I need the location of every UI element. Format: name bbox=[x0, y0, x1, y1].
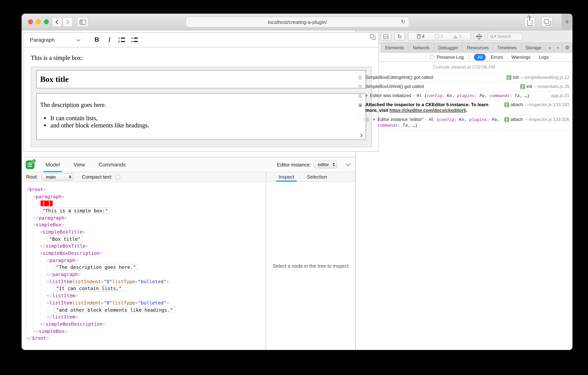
disclosure-expanded-icon[interactable] bbox=[359, 105, 362, 107]
devtools-tab-storage[interactable]: Storage bbox=[521, 43, 546, 52]
devtools-tab-network[interactable]: Network bbox=[409, 43, 434, 52]
more-tabs-icon[interactable]: » bbox=[546, 43, 554, 52]
scope-errors[interactable]: Errors bbox=[491, 55, 503, 60]
description-paragraph[interactable]: The description goes here. bbox=[40, 101, 362, 109]
console-message[interactable]: Editor instance "editor"–Hl {config: Kn,… bbox=[356, 115, 572, 130]
console-message[interactable]: Editor was initialized–Hl {config: Kn, p… bbox=[356, 91, 572, 100]
console-message[interactable]: Attached the inspector to a CKEditor 5 i… bbox=[356, 100, 572, 115]
issues-summary[interactable]: 4 !0 0 bbox=[408, 32, 471, 41]
tree-row[interactable]: "This is a simple box:" bbox=[26, 207, 266, 214]
console-link[interactable]: https://ckeditor.com/docs/ckeditor5 bbox=[389, 108, 466, 113]
tab-selection[interactable]: Selection bbox=[307, 172, 327, 182]
list-item[interactable]: It can contain lists, bbox=[50, 114, 362, 122]
tree-row[interactable]: <listItem listIndent="0" listType="bulle… bbox=[26, 299, 266, 306]
intro-paragraph[interactable]: This is a simple box: bbox=[31, 54, 372, 62]
forward-button[interactable] bbox=[63, 17, 73, 27]
address-bar[interactable]: localhost/creating-a-plugin/ ↻ bbox=[186, 17, 409, 27]
tree-row[interactable]: <simpleBoxTitle> bbox=[26, 228, 266, 235]
source-link[interactable]: app.js:31 bbox=[551, 93, 569, 99]
source-link[interactable]: inspector.js:133:182 bbox=[529, 102, 570, 108]
devtools-tab-resources[interactable]: Resources bbox=[463, 43, 493, 52]
reload-page-button[interactable]: ↻ bbox=[394, 32, 405, 41]
tree-row[interactable]: <simpleBox> bbox=[26, 221, 266, 228]
tree-row[interactable]: "and other block elements like headings.… bbox=[26, 306, 266, 313]
italic-button[interactable]: I bbox=[103, 36, 116, 44]
settings-icon[interactable]: ⚙ bbox=[562, 43, 572, 52]
simplebox-widget[interactable]: Box title The description goes here. It … bbox=[31, 67, 372, 147]
tree-row[interactable]: </paragraph> bbox=[26, 271, 266, 278]
share-button[interactable] bbox=[524, 17, 535, 27]
devtools-tab-debugger[interactable]: Debugger bbox=[434, 43, 462, 52]
tab-commands[interactable]: Commands bbox=[98, 157, 126, 172]
close-window-button[interactable] bbox=[28, 19, 33, 24]
source-link[interactable]: inspector.js:133:326 bbox=[529, 117, 570, 122]
traffic-lights bbox=[28, 19, 49, 24]
tab-overview-button[interactable] bbox=[541, 17, 552, 27]
bulleted-list-button[interactable] bbox=[131, 37, 139, 43]
scope-warnings[interactable]: Warnings bbox=[512, 55, 531, 60]
console-message[interactable]: SimpleBoxEditing#init() got calledfinit … bbox=[356, 73, 572, 82]
element-picker-button[interactable] bbox=[474, 32, 484, 41]
tree-row[interactable]: "The description goes here." bbox=[26, 264, 266, 271]
text-node: "The description goes here." bbox=[54, 264, 138, 271]
scope-logs[interactable]: Logs bbox=[539, 55, 549, 60]
simplebox-description[interactable]: The description goes here. It can contai… bbox=[36, 93, 366, 140]
add-tab-icon[interactable]: + bbox=[554, 43, 562, 52]
disclosure-collapsed-icon[interactable] bbox=[373, 118, 375, 121]
tree-row[interactable]: </simpleBoxTitle> bbox=[26, 243, 266, 250]
window-content: Paragraph B I 1 2 bbox=[21, 30, 572, 350]
source-link[interactable]: essentials.js:35 bbox=[538, 84, 569, 89]
reload-icon[interactable]: ↻ bbox=[401, 19, 405, 25]
tree-row[interactable]: <paragraph> bbox=[26, 257, 266, 264]
source-link[interactable]: simpleboxediting.js:12 bbox=[525, 75, 569, 80]
dock-button[interactable] bbox=[381, 32, 391, 41]
tree-row[interactable]: </simpleBoxDescription> bbox=[26, 320, 266, 327]
new-tab-button[interactable]: + bbox=[561, 14, 572, 30]
tree-row[interactable]: </paragraph> bbox=[26, 214, 266, 221]
collapse-inspector-icon[interactable] bbox=[345, 161, 351, 166]
tree-row[interactable]: </$root> bbox=[26, 335, 266, 342]
disclosure-collapsed-icon[interactable] bbox=[365, 94, 368, 97]
root-select[interactable]: main bbox=[42, 173, 74, 180]
bold-button[interactable]: B bbox=[91, 36, 103, 44]
tree-row[interactable]: "Box title" bbox=[26, 235, 266, 243]
back-button[interactable] bbox=[52, 17, 62, 27]
devtools-tab-timelines[interactable]: Timelines bbox=[493, 43, 521, 52]
tab-inspect[interactable]: Inspect bbox=[278, 172, 294, 182]
warning-count: 0 bbox=[459, 34, 462, 39]
minimize-window-button[interactable] bbox=[36, 19, 41, 24]
tree-row[interactable]: </listItem> bbox=[26, 313, 266, 320]
tree-row[interactable]: </listItem> bbox=[26, 292, 266, 299]
tab-model[interactable]: Model bbox=[45, 157, 60, 172]
compact-text-checkbox[interactable] bbox=[116, 175, 120, 179]
sidebar-button[interactable] bbox=[77, 17, 89, 27]
simplebox-title[interactable]: Box title bbox=[36, 70, 366, 88]
tab-view[interactable]: View bbox=[74, 157, 85, 172]
tree-row[interactable]: <listItem listIndent="0" listType="bulle… bbox=[26, 278, 266, 285]
paragraph-style-dropdown[interactable]: Paragraph bbox=[30, 37, 79, 43]
devtools-tab-elements[interactable]: Elements bbox=[381, 43, 409, 52]
tree-row[interactable]: <simpleBoxDescription> bbox=[26, 250, 266, 256]
root-controls: Root: main Compact text: bbox=[21, 172, 266, 182]
editor-instance-select[interactable]: editor bbox=[314, 161, 337, 168]
devtools-search[interactable] bbox=[487, 33, 523, 40]
editor-instance-label: Editor instance: bbox=[277, 162, 311, 167]
description-list[interactable]: It can contain lists, and other block el… bbox=[50, 114, 362, 129]
list-item[interactable]: and other block elements like headings. bbox=[50, 122, 362, 129]
console-message[interactable]: SimpleBoxUI#init() got calledfinit — ess… bbox=[356, 82, 572, 91]
preserve-log-checkbox[interactable] bbox=[430, 55, 434, 59]
editor-content[interactable]: This is a simple box: Box title The desc… bbox=[24, 47, 378, 147]
search-input[interactable] bbox=[497, 34, 517, 39]
tree-row[interactable]: "It can contain lists," bbox=[26, 285, 266, 292]
tree-row[interactable]: [ ] bbox=[26, 200, 266, 207]
tree-row[interactable]: <paragraph> bbox=[26, 193, 266, 200]
numbered-list-button[interactable]: 1 2 bbox=[118, 37, 126, 43]
scope-all[interactable]: All bbox=[474, 54, 486, 60]
console-prompt[interactable] bbox=[356, 130, 572, 138]
tree-row[interactable]: <$root> bbox=[26, 186, 266, 193]
function-badge: f bbox=[506, 75, 511, 80]
function-badge: f bbox=[504, 117, 509, 122]
tree-row[interactable]: </simpleBox> bbox=[26, 328, 266, 335]
text-node: "It can contain lists," bbox=[54, 285, 124, 292]
zoom-window-button[interactable] bbox=[44, 19, 49, 24]
